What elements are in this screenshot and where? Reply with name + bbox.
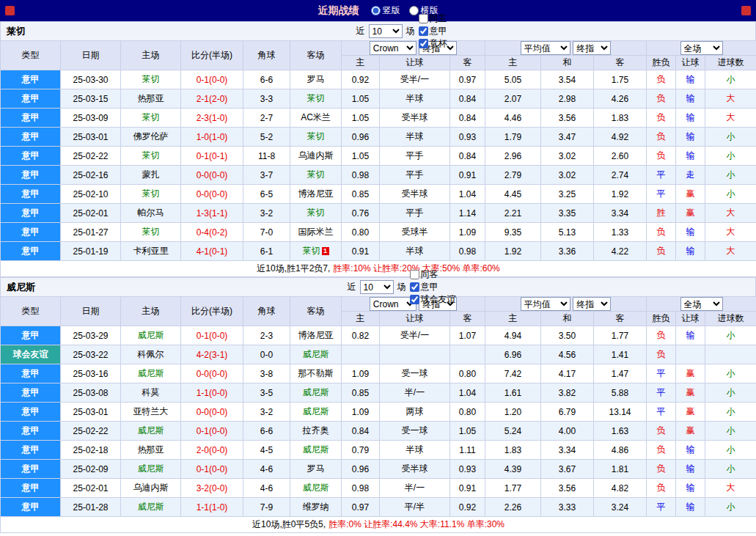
away-team-cell: AC米兰 [290,109,342,128]
avg-away-odds-cell: 1.92 [594,185,647,204]
match-row: 意甲25-03-01亚特兰大0-0(0-0)3-2威尼斯1.09两球0.801.… [1,403,756,422]
handicap-odds-home-cell: 0.97 [342,498,380,517]
avg-home-odds-cell: 1.92 [485,242,541,261]
corner-cell: 6-5 [243,185,290,204]
avg-away-odds-cell: 1.77 [594,326,647,345]
avg-home-odds-cell: 4.46 [485,109,541,128]
avg-home-odds-cell: 2.26 [485,498,541,517]
handicap-result-cell: 输 [676,498,705,517]
handicap-line-cell: 平/半 [380,498,450,517]
odds-handicap-header: 让球 [380,312,450,326]
match-row: 意甲25-03-01佛罗伦萨1-0(1-0)5-2莱切0.96半球0.931.7… [1,128,756,147]
handicap-odds-away-cell: 0.84 [450,109,485,128]
avg-away-odds-cell: 1.75 [594,70,647,89]
avg-draw-odds-cell: 3.56 [541,479,594,498]
filter-checkbox-label: 同主 [430,12,447,25]
match-row: 意甲25-01-27莱切0-4(0-2)7-0国际米兰0.80受球半1.099.… [1,223,756,242]
avg-draw-odds-cell: 4.17 [541,364,594,383]
corner-cell: 4-5 [243,441,290,460]
filter-checkbox[interactable] [419,39,428,48]
match-date-cell: 25-02-16 [61,166,121,185]
filter-checkbox-item[interactable]: 球会友谊 [410,293,456,306]
filter-checkbox-item[interactable]: 同客 [410,268,456,281]
avg-away-header: 客 [594,56,647,70]
match-type-cell: 意甲 [1,403,61,422]
handicap-result-cell: 输 [676,223,705,242]
match-row: 意甲25-02-01帕尔马1-3(1-1)3-2莱切0.76平手1.142.21… [1,204,756,223]
filter-checkbox-item[interactable]: 意杯 [419,37,447,50]
handicap-odds-home-cell: 0.98 [342,479,380,498]
score-cell: 1-3(1-1) [181,204,243,223]
home-team-cell: 莱切 [121,109,181,128]
corner-cell: 11-8 [243,147,290,166]
near-label: 近 [356,25,365,37]
home-team-cell: 莱切 [121,147,181,166]
odds-handicap-header: 让球 [380,56,450,70]
handicap-line-cell: 平手 [380,147,450,166]
average-final-select[interactable]: 终指 [573,297,611,311]
match-date-cell: 25-02-10 [61,185,121,204]
average-select[interactable]: 平均值 [521,41,570,55]
avg-home-header: 主 [485,312,541,326]
team-name: 莱切 [7,25,26,38]
handicap-odds-away-cell: 0.80 [450,364,485,383]
result-cell: 平 [647,166,676,185]
goals-cell: 大 [705,479,756,498]
avg-home-odds-cell: 4.39 [485,460,541,479]
match-date-cell: 25-03-08 [61,383,121,403]
filter-checkbox-item[interactable]: 意甲 [419,25,447,37]
result-cell: 负 [647,147,676,166]
filter-checkbox-group: 同主意甲意杯 [419,12,447,50]
corner-cell: 3-8 [243,364,290,383]
recent-count-select[interactable]: 10 [360,280,394,294]
odds-away-header: 客 [450,56,485,70]
avg-home-odds-cell: 6.96 [485,345,541,364]
avg-draw-odds-cell: 5.13 [541,223,594,242]
match-date-cell: 25-02-01 [61,479,121,498]
handicap-odds-away-cell: 1.04 [450,185,485,204]
rank-badge: 1 [322,247,329,255]
filter-checkbox[interactable] [410,295,419,304]
filter-checkbox-item[interactable]: 同主 [419,12,447,25]
filter-checkbox[interactable] [419,14,428,23]
score-cell: 0-0(0-0) [181,403,243,422]
handicap-line-cell: 受一球 [380,422,450,441]
home-team-cell: 亚特兰大 [121,403,181,422]
avg-away-header: 客 [594,312,647,326]
scope-select[interactable]: 全场 [680,41,723,55]
result-cell: 负 [647,422,676,441]
handicap-odds-away-cell: 1.07 [450,326,485,345]
goals-cell: 小 [705,364,756,383]
avg-draw-odds-cell: 4.00 [541,422,594,441]
handicap-result-cell: 赢 [676,204,705,223]
result-cell: 负 [647,441,676,460]
filter-checkbox[interactable] [410,270,419,279]
recent-count-select[interactable]: 10 [369,24,403,38]
avg-home-odds-cell: 1.79 [485,128,541,147]
corner-cell: 3-3 [243,89,290,109]
handicap-odds-home-cell: 0.85 [342,185,380,204]
filter-checkbox[interactable] [419,26,428,36]
near-label: 近 [348,281,356,293]
score-cell: 0-4(0-2) [181,223,243,242]
match-type-cell: 意甲 [1,364,61,383]
avg-away-odds-cell: 13.14 [594,403,647,422]
filter-checkbox[interactable] [410,282,419,292]
home-team-cell: 蒙扎 [121,166,181,185]
home-team-cell: 威尼斯 [121,364,181,383]
handicap-odds-away-cell: 0.80 [450,403,485,422]
scope-select[interactable]: 全场 [680,297,723,311]
summary-stats: 胜率:0% 让胜率:44.4% 大率:11.1% 单率:30% [329,519,504,529]
goals-cell: 小 [705,498,756,517]
average-final-select[interactable]: 终指 [573,41,611,55]
home-team-cell: 热那亚 [121,89,181,109]
result-cell: 平 [647,403,676,422]
handicap-result-cell: 赢 [676,422,705,441]
handicap-result-header: 让球 [676,312,705,326]
filter-checkbox-item[interactable]: 意甲 [410,281,456,293]
avg-draw-odds-cell: 3.25 [541,185,594,204]
away-team-cell: 国际米兰 [290,223,342,242]
average-select[interactable]: 平均值 [521,297,570,311]
games-label: 场 [406,25,415,37]
handicap-result-cell: 输 [676,242,705,261]
